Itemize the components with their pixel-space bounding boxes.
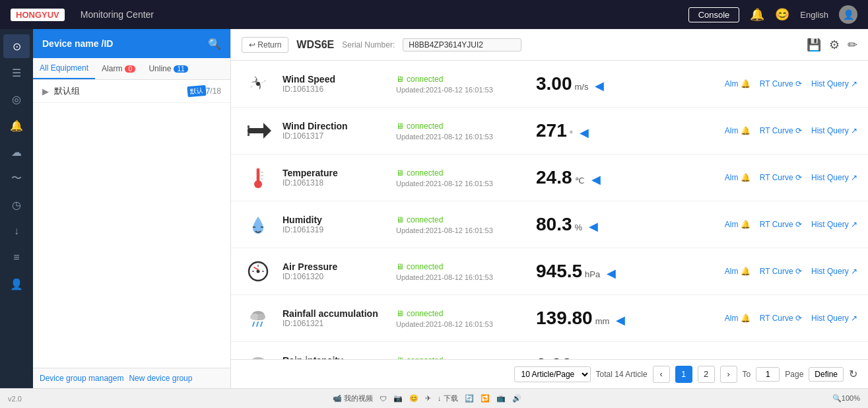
- tab-unline[interactable]: Unline 11: [142, 58, 194, 79]
- sidebar-item-bell[interactable]: 🔔: [3, 114, 30, 137]
- sidebar: ⊙ ☰ ◎ 🔔 ☁ 〜 ◷ ↓ ≡ 👤: [0, 29, 33, 388]
- sensor-icon-5: [242, 302, 275, 335]
- update-time: Updated:2021-08-12 16:01:53: [396, 86, 528, 94]
- update-time: Updated:2021-08-12 16:01:53: [396, 226, 528, 234]
- svg-rect-4: [248, 133, 250, 136]
- rt-curve-link[interactable]: RT Curve ⟳: [760, 267, 802, 276]
- device-name: WDS6E: [296, 39, 334, 51]
- screen-icon[interactable]: 📺: [496, 394, 506, 403]
- page-1-button[interactable]: 1: [675, 366, 692, 383]
- alm-link[interactable]: Alm 🔔: [725, 79, 751, 88]
- hist-query-link[interactable]: Hist Query ↗: [811, 267, 857, 276]
- plane-icon[interactable]: ✈: [425, 394, 431, 403]
- tab-all-equipment[interactable]: All Equipment: [33, 58, 95, 79]
- rt-curve-link[interactable]: RT Curve ⟳: [760, 79, 802, 88]
- sidebar-item-location[interactable]: ◎: [3, 87, 30, 111]
- next-page-button[interactable]: ›: [720, 366, 737, 383]
- page-size-select[interactable]: 10 Article/Page 20 Article/Page: [514, 366, 591, 382]
- sensor-status-5: 🖥 connected Updated:2021-08-12 16:01:53: [396, 309, 528, 328]
- hist-query-link[interactable]: Hist Query ↗: [811, 173, 857, 182]
- sensor-name: Humidity: [283, 215, 388, 225]
- left-panel-header: Device name /ID 🔍: [33, 29, 230, 58]
- prev-page-button[interactable]: ‹: [653, 366, 670, 383]
- sidebar-item-data[interactable]: ≡: [3, 246, 30, 269]
- device-group-manage-link[interactable]: Device group managem: [40, 374, 123, 383]
- new-device-group-link[interactable]: New device group: [129, 374, 192, 383]
- alm-link[interactable]: Alm 🔔: [725, 220, 751, 229]
- hist-query-link[interactable]: Hist Query ↗: [811, 79, 857, 88]
- value-number: 0.00: [536, 355, 572, 359]
- bell-icon[interactable]: 🔔: [750, 7, 764, 22]
- sensor-info-1: Wind Direction ID:1061317: [283, 121, 388, 141]
- console-button[interactable]: Console: [688, 7, 740, 22]
- loop-icon[interactable]: 🔁: [481, 394, 490, 403]
- device-header-actions: 💾 ⚙ ✏: [807, 38, 857, 52]
- settings-icon[interactable]: ⚙: [829, 38, 840, 52]
- emoji-icon[interactable]: 😊: [409, 394, 418, 403]
- svg-line-22: [253, 322, 254, 326]
- sensor-status-0: 🖥 connected Updated:2021-08-12 16:01:53: [396, 75, 528, 94]
- tab-alarm[interactable]: Alarm 0: [95, 58, 142, 79]
- connection-status: 🖥 connected: [396, 75, 528, 84]
- value-number: 3.00: [536, 73, 572, 94]
- search-icon[interactable]: 🔍: [208, 38, 221, 50]
- svg-point-0: [256, 82, 260, 86]
- topbar: HONGYUV Monitoring Center Console 🔔 😊 En…: [0, 0, 868, 29]
- sidebar-item-chart[interactable]: 〜: [3, 166, 30, 190]
- sidebar-item-download[interactable]: ↓: [3, 219, 30, 243]
- save-icon[interactable]: 💾: [807, 38, 821, 52]
- trend-arrow: ◀: [591, 172, 601, 187]
- sidebar-item-person[interactable]: 👤: [3, 272, 30, 296]
- sensor-icon-2: [242, 161, 275, 194]
- sensor-id: ID:1061318: [283, 178, 388, 187]
- define-button[interactable]: Define: [809, 367, 844, 382]
- sidebar-item-dashboard[interactable]: ⊙: [3, 34, 30, 58]
- rt-curve-link[interactable]: RT Curve ⟳: [760, 314, 802, 323]
- sync-icon[interactable]: 🔄: [465, 394, 474, 403]
- rt-curve-link[interactable]: RT Curve ⟳: [760, 173, 802, 182]
- camera-icon[interactable]: 📷: [393, 394, 403, 403]
- download-label[interactable]: ↓ 下载: [438, 393, 458, 403]
- page-jump-input[interactable]: [756, 367, 780, 382]
- group-row-default[interactable]: ▶ 默认组 默认 7/18: [33, 80, 230, 103]
- connection-status: 🖥 connected: [396, 168, 528, 178]
- value-number: 80.3: [536, 214, 572, 235]
- svg-line-15: [254, 267, 258, 270]
- device-header: ↩ Return WDS6E Serial Number: H8BB4ZP361…: [231, 29, 868, 61]
- svg-rect-1: [248, 128, 265, 133]
- value-number: 271: [536, 120, 567, 141]
- hist-query-link[interactable]: Hist Query ↗: [811, 126, 857, 135]
- alm-link[interactable]: Alm 🔔: [725, 126, 751, 135]
- hist-query-link[interactable]: Hist Query ↗: [811, 220, 857, 229]
- alarm-badge: 0: [125, 65, 135, 73]
- shield-icon[interactable]: 🛡: [380, 395, 387, 403]
- version-label: v2.0: [8, 395, 22, 403]
- my-video-item[interactable]: 📹 我的视频: [333, 393, 373, 403]
- value-unit: mm: [595, 316, 610, 326]
- update-time: Updated:2021-08-12 16:01:53: [396, 180, 528, 187]
- zoom-level[interactable]: 🔍100%: [832, 394, 860, 403]
- sensor-name: Rainfall accumulation: [283, 308, 388, 319]
- avatar[interactable]: 👤: [839, 5, 857, 24]
- monitor-icon: 🖥: [396, 309, 404, 318]
- rt-curve-link[interactable]: RT Curve ⟳: [760, 126, 802, 135]
- volume-icon[interactable]: 🔊: [512, 394, 521, 403]
- edit-icon[interactable]: ✏: [848, 38, 857, 52]
- sidebar-item-clock[interactable]: ◷: [3, 193, 30, 217]
- pagination-bar: 10 Article/Page 20 Article/Page Total 14…: [231, 359, 868, 388]
- topbar-title: Monitoring Center: [81, 9, 681, 20]
- hist-query-link[interactable]: Hist Query ↗: [811, 314, 857, 323]
- sidebar-item-list[interactable]: ☰: [3, 61, 30, 85]
- trend-arrow: ◀: [595, 79, 604, 93]
- sidebar-item-cloud[interactable]: ☁: [3, 140, 30, 164]
- page-2-button[interactable]: 2: [698, 366, 715, 383]
- refresh-button[interactable]: ↻: [849, 368, 857, 380]
- face-icon[interactable]: 😊: [775, 7, 789, 22]
- return-button[interactable]: ↩ Return: [242, 37, 288, 53]
- sensor-name: Temperature: [283, 168, 388, 178]
- alm-link[interactable]: Alm 🔔: [725, 173, 751, 182]
- alm-link[interactable]: Alm 🔔: [725, 314, 751, 323]
- rt-curve-link[interactable]: RT Curve ⟳: [760, 220, 802, 229]
- alm-link[interactable]: Alm 🔔: [725, 267, 751, 276]
- language-selector[interactable]: English: [800, 10, 828, 20]
